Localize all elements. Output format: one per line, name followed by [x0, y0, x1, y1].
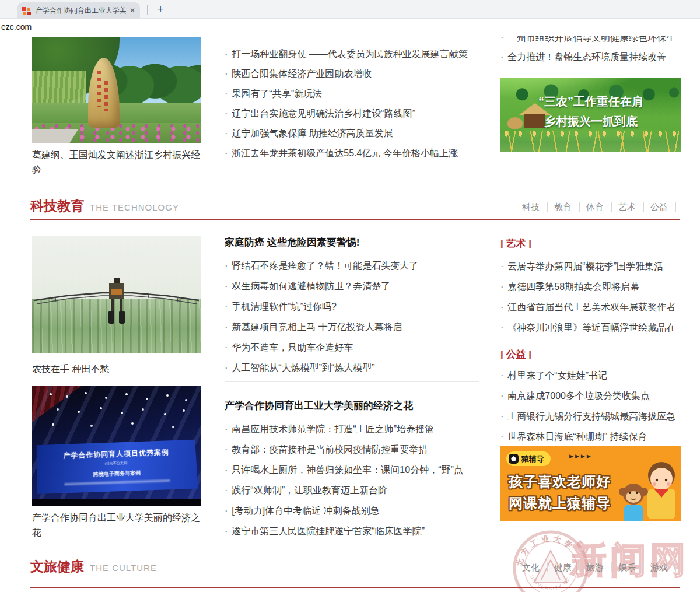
nav-travel[interactable]: 旅游	[586, 562, 612, 572]
nav-entertainment[interactable]: 娱乐	[618, 562, 644, 572]
news-item[interactable]: 人工智能从“大炼模型”到“炼大模型”	[225, 358, 480, 378]
news-item[interactable]: 践行“双师制”，让职业教育迈上新台阶	[225, 480, 480, 500]
ad-slogan: 孩子喜欢老师好 网课就上猿辅导	[509, 471, 611, 514]
stage-story-image[interactable]: 产学合作协同育人项目优秀案例 （排名不分先后） 跨境电子商务与案例	[32, 386, 201, 506]
stage-lights	[50, 393, 52, 395]
stage-story-caption[interactable]: 产学合作协同育出工业大学美丽的经济之花	[32, 511, 207, 540]
tab-title: 产学合作协同育出工业大学美丽	[36, 6, 126, 16]
featured-story-caption[interactable]: 葛建纲、王国灿发文阐述浙江乡村振兴经验	[32, 148, 207, 177]
yuanfudao-brand-name: 猿辅导	[522, 454, 544, 464]
health-block-headline[interactable]: 家庭防癌 这些危险因素要警惕!	[225, 236, 359, 249]
tech-section-title: 科技教育	[30, 198, 84, 213]
news-item[interactable]: 全力推进！盘锦生态环境质量持续改善	[501, 47, 682, 66]
tech-section-header: 科技教育THE TECHNOLOGY	[30, 197, 179, 215]
farm-sprayer	[32, 274, 201, 327]
news-item[interactable]: 手机清理软件“坑”过你吗?	[225, 296, 480, 317]
charity-section-title: 公益	[506, 349, 526, 360]
nav-education[interactable]: 教育	[554, 202, 580, 212]
news-item[interactable]: [考动力]体育中考临近 冲刺备战别急	[225, 500, 480, 521]
tab-separator	[147, 5, 148, 15]
stage-screen: 产学合作协同育人项目优秀案例 （排名不分先后） 跨境电子商务与案例	[37, 440, 198, 494]
slide-smalltext-bar	[64, 479, 170, 485]
art-list: 云居寺举办第四届“樱花季”国学雅集活 嘉德四季第58期拍卖会即将启幕 江西省首届…	[501, 256, 682, 338]
ad-slogan-line1: 孩子喜欢老师好	[509, 471, 611, 492]
nav-sports[interactable]: 体育	[586, 202, 612, 212]
top-right-news-list: 兰州市组织开展倡导文明健康绿色环保生 全力推进！盘锦生态环境质量持续改善	[501, 36, 682, 66]
banner-wheat	[501, 131, 681, 152]
news-item[interactable]: 辽宁加强气象保障 助推经济高质量发展	[225, 124, 480, 143]
news-item[interactable]: 肾结石不疼是痊愈了？错！可能是石头变大了	[225, 255, 480, 276]
health-block-list: 肾结石不疼是痊愈了？错！可能是石头变大了 双生病毒如何逃避植物防卫？弄清楚了 手…	[225, 255, 480, 378]
news-item[interactable]: 陕西合阳集体经济产业园助农增收	[225, 64, 480, 84]
tech-section-nav: 科技教育体育艺术公益	[522, 202, 682, 213]
nav-charity[interactable]: 公益	[650, 202, 676, 212]
ad-slogan-line2: 网课就上猿辅导	[509, 492, 611, 514]
new-tab-icon[interactable]: +	[153, 2, 168, 17]
news-item[interactable]: 打一场种业翻身仗 ——代表委员为民族种业发展建言献策	[225, 44, 480, 64]
yuanfudao-ad-banner[interactable]: 猿辅导 ▶▶▶▶ 孩子喜欢老师好 网课就上猿辅导	[501, 446, 681, 521]
culture-section-title: 文旅健康	[30, 559, 84, 574]
art-section-title: 艺术	[506, 238, 526, 249]
news-item[interactable]: 村里来了个“女娃娃”书记	[501, 365, 682, 386]
slide-topic: 跨境电子商务与案例	[37, 467, 197, 481]
tab-bar: 产学合作协同育出工业大学美丽 ✕ +	[0, 0, 700, 19]
browser-tab[interactable]: 产学合作协同育出工业大学美丽 ✕	[18, 2, 140, 19]
culture-section-rule	[30, 587, 680, 588]
news-item[interactable]: 果园有了“共享”新玩法	[225, 84, 480, 104]
news-item[interactable]: 双生病毒如何逃避植物防卫？弄清楚了	[225, 276, 480, 296]
education-block-list: 南昌应用技术师范学院：打造“工匠之师”培养摇篮 教育部：疫苗接种是当前校园疫情防…	[225, 419, 480, 541]
art-section-header[interactable]: 艺术	[501, 237, 531, 250]
nav-art[interactable]: 艺术	[618, 202, 644, 212]
banner-slogan-line1: “三农”工作重任在肩	[501, 92, 681, 111]
news-item[interactable]: 工商银行无锡分行支持锡城最高海拔应急	[501, 406, 682, 426]
news-item[interactable]: 只许喝水上厕所，神兽归笼如坐牢：课间10分钟，“野”点	[225, 460, 480, 480]
page-content: 葛建纲、王国灿发文阐述浙江乡村振兴经验 打一场种业翻身仗 ——代表委员为民族种业…	[0, 36, 700, 592]
culture-section-header: 文旅健康THE CULTURE	[30, 558, 157, 576]
ad-characters	[618, 456, 681, 521]
charity-section-header[interactable]: 公益	[501, 348, 531, 361]
browser-window: 产学合作协同育出工业大学美丽 ✕ + ezc.com 葛建纲、王国灿发文阐述浙江…	[0, 0, 700, 592]
nav-tech[interactable]: 科技	[522, 202, 548, 212]
featured-story-image[interactable]	[32, 37, 201, 143]
tab-close-icon[interactable]: ✕	[130, 6, 135, 15]
site-favicon-icon	[22, 6, 31, 15]
news-item[interactable]: 嘉德四季第58期拍卖会即将启幕	[501, 276, 682, 297]
url-text: ezc.com	[1, 22, 32, 31]
news-item[interactable]: 教育部：疫苗接种是当前校园疫情防控重要举措	[225, 439, 480, 460]
news-item[interactable]: 辽宁出台实施意见明确法治乡村建设“路线图”	[225, 104, 480, 124]
address-bar[interactable]: ezc.com	[0, 19, 700, 36]
banner-slogan: “三农”工作重任在肩 乡村振兴一抓到底	[501, 92, 681, 131]
news-site-watermark: 新闻网	[570, 535, 690, 584]
tech-section-rule	[30, 219, 680, 220]
news-item[interactable]: 《神奈川冲浪里》等近百幅浮世绘藏品在	[501, 317, 682, 338]
news-item[interactable]: 云居寺举办第四届“樱花季”国学雅集活	[501, 256, 682, 276]
news-item[interactable]: 南昌应用技术师范学院：打造“工匠之师”培养摇篮	[225, 419, 480, 439]
news-item[interactable]: 新基建项目竞相上马 十万亿投资大幕将启	[225, 317, 480, 337]
yuanfudao-brand-pill: 猿辅导	[506, 451, 551, 466]
news-item[interactable]: 遂宁市第三人民医院挂牌遂宁首家“临床医学院”	[225, 521, 480, 541]
ad-arrows-icon: ▶▶▶▶	[569, 453, 593, 459]
nav-games[interactable]: 游戏	[650, 562, 676, 572]
nav-culture[interactable]: 文化	[522, 562, 548, 572]
news-item[interactable]: 江西省首届当代工艺美术双年展获奖作者	[501, 297, 682, 317]
culture-section-nav: 文化健康旅游娱乐游戏	[522, 562, 682, 573]
yuanfudao-logo-icon	[509, 454, 519, 464]
culture-section-subtitle: THE CULTURE	[90, 563, 157, 573]
news-item[interactable]: 浙江去年龙井茶初级产值达55.4亿元 今年价格小幅上涨	[225, 143, 480, 163]
tech-section-subtitle: THE TECHNOLOGY	[90, 202, 179, 212]
news-item[interactable]: 南京建成7000多个垃圾分类收集点	[501, 386, 682, 406]
banner-slogan-line2: 乡村振兴一抓到底	[501, 111, 681, 131]
education-block-headline[interactable]: 产学合作协同育出工业大学美丽的经济之花	[225, 399, 413, 412]
top-news-list: 打一场种业翻身仗 ——代表委员为民族种业发展建言献策 陕西合阳集体经济产业园助农…	[225, 44, 480, 163]
farm-story-caption[interactable]: 农技在手 种田不愁	[32, 362, 207, 377]
news-item[interactable]: 华为不造车，只助车企造好车	[225, 337, 480, 358]
news-item[interactable]: 世界森林日海底“种珊瑚” 持续保育	[501, 426, 682, 447]
news-item[interactable]: 兰州市组织开展倡导文明健康绿色环保生	[501, 36, 682, 47]
charity-list: 村里来了个“女娃娃”书记 南京建成7000多个垃圾分类收集点 工商银行无锡分行支…	[501, 365, 682, 447]
farm-story-image[interactable]	[32, 236, 201, 353]
sannong-banner[interactable]: “三农”工作重任在肩 乡村振兴一抓到底	[501, 78, 681, 152]
nav-health[interactable]: 健康	[554, 562, 580, 572]
block-divider	[225, 381, 480, 382]
